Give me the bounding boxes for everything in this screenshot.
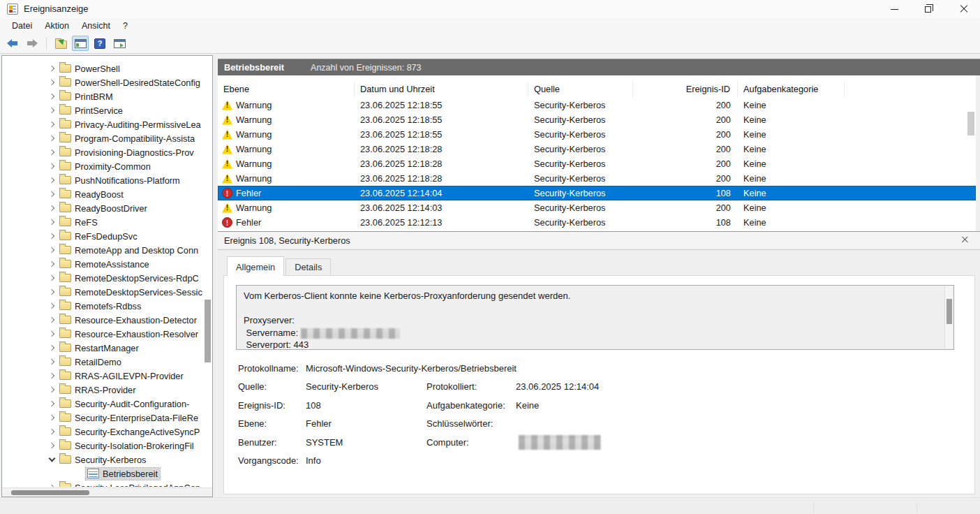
forward-button[interactable] (24, 36, 40, 51)
tree-horizontal-scrollbar[interactable] (2, 487, 212, 497)
tree-item[interactable]: Security-Kerberos (2, 453, 203, 467)
tree-item-body[interactable]: Betriebsbereit (86, 468, 160, 480)
menu-datei[interactable]: Datei (6, 20, 38, 32)
chevron-icon[interactable] (47, 189, 58, 200)
event-list-vertical-scrollbar[interactable] (967, 112, 974, 135)
event-row[interactable]: Warnung 23.06.2025 12:18:55 Security-Ker… (218, 127, 976, 142)
tree-item[interactable]: PowerShell (2, 61, 203, 75)
chevron-icon[interactable] (47, 328, 58, 339)
chevron-icon[interactable] (47, 119, 58, 130)
event-row[interactable]: Fehler 23.06.2025 12:14:04 Security-Kerb… (218, 186, 976, 200)
tree-item-body[interactable]: PrintService (58, 105, 125, 117)
event-row[interactable]: Warnung 23.06.2025 12:14:03 Security-Ker… (218, 200, 976, 215)
tree-item[interactable]: Remotefs-Rdbss (2, 299, 203, 313)
event-row[interactable]: Warnung 23.06.2025 12:18:28 Security-Ker… (218, 171, 976, 186)
show-console-tree-button[interactable] (72, 36, 89, 51)
column-ebene[interactable]: Ebene (218, 82, 355, 97)
tree-item-body[interactable]: Security-Audit-Configuration- (58, 398, 191, 410)
tree-item[interactable]: RRAS-AGILEVPN-Provider (2, 369, 203, 383)
menu-ansicht[interactable]: Ansicht (75, 20, 117, 32)
tree-item[interactable]: ReadyBoostDriver (2, 201, 203, 215)
tree-item-body[interactable]: PushNotifications-Platform (58, 175, 182, 186)
tree-item-body[interactable]: PowerShell-DesiredStateConfig (58, 77, 202, 89)
chevron-icon[interactable] (75, 468, 86, 479)
tree-item[interactable]: PushNotifications-Platform (2, 173, 203, 187)
tree-item-body[interactable]: RemoteApp and Desktop Conn (58, 244, 200, 256)
tree-item-body[interactable]: RemoteDesktopServices-Sessic (58, 286, 203, 298)
tree-item[interactable]: Proximity-Common (2, 159, 203, 173)
tree-item[interactable]: ReFsDedupSvc (2, 229, 203, 243)
tab-details[interactable]: Details (285, 258, 331, 276)
chevron-icon[interactable] (47, 161, 58, 172)
tree-item[interactable]: RemoteDesktopServices-Sessic (2, 285, 203, 299)
chevron-icon[interactable] (47, 342, 58, 353)
tree-item[interactable]: Security-EnterpriseData-FileRe (2, 411, 203, 425)
tree-item-body[interactable]: Resource-Exhaustion-Resolver (58, 328, 200, 340)
tree-item[interactable]: Security-Isolation-BrokeringFil (2, 439, 203, 453)
tree-item[interactable]: Betriebsbereit (2, 467, 203, 480)
tree-item[interactable]: Security-Audit-Configuration- (2, 397, 203, 411)
tree-item-body[interactable]: Privacy-Auditing-PermissiveLea (58, 119, 203, 131)
event-row[interactable]: Warnung 23.06.2025 12:18:55 Security-Ker… (218, 98, 976, 112)
chevron-icon[interactable] (47, 412, 58, 423)
chevron-icon[interactable] (47, 91, 58, 102)
tree-item[interactable]: RemoteDesktopServices-RdpC (2, 271, 203, 285)
minimize-button[interactable] (878, 0, 910, 18)
tree-item-body[interactable]: Program-Compatibility-Assista (58, 133, 197, 145)
back-button[interactable] (4, 36, 21, 51)
tree-item[interactable]: RetailDemo (2, 355, 203, 369)
chevron-icon[interactable] (47, 300, 58, 311)
tree-item[interactable]: Security-ExchangeActiveSyncP (2, 425, 203, 439)
show-action-pane-button[interactable] (111, 36, 128, 51)
tab-allgemein[interactable]: Allgemein (227, 256, 284, 276)
chevron-icon[interactable] (47, 175, 58, 186)
chevron-icon[interactable] (47, 454, 58, 465)
chevron-icon[interactable] (47, 440, 58, 451)
column-datum[interactable]: Datum und Uhrzeit (355, 82, 528, 97)
tree-item[interactable]: PowerShell-DesiredStateConfig (2, 75, 203, 89)
tree-item-body[interactable]: Proximity-Common (58, 161, 153, 172)
chevron-icon[interactable] (47, 398, 58, 409)
tree-item[interactable]: ReadyBoost (2, 187, 203, 201)
tree-item[interactable]: ReFS (2, 215, 203, 229)
chevron-icon[interactable] (47, 272, 58, 284)
menu-aktion[interactable]: Aktion (38, 20, 75, 32)
tree-item-body[interactable]: ReadyBoost (58, 189, 126, 200)
chevron-icon[interactable] (47, 356, 58, 367)
tree-item[interactable]: PrintBRM (2, 89, 203, 103)
event-row[interactable]: Warnung 23.06.2025 12:18:28 Security-Ker… (218, 142, 976, 156)
tree-item[interactable]: Resource-Exhaustion-Detector (2, 313, 203, 327)
tree-item-body[interactable]: Security-ExchangeActiveSyncP (58, 426, 202, 438)
tree-item-body[interactable]: RemoteAssistance (58, 258, 151, 270)
tree-item-body[interactable]: Security-LessPrivilegedAppCon (58, 482, 202, 487)
tree-item-body[interactable]: RestartManager (58, 342, 141, 354)
tree-item-body[interactable]: RRAS-AGILEVPN-Provider (58, 370, 186, 382)
event-row[interactable]: Fehler 23.06.2025 12:12:13 Security-Kerb… (218, 215, 976, 230)
tree-item-body[interactable]: RRAS-Provider (58, 384, 138, 396)
chevron-icon[interactable] (47, 203, 58, 214)
tree-vertical-scrollbar[interactable] (205, 300, 211, 362)
chevron-icon[interactable] (47, 426, 58, 437)
restore-button[interactable] (912, 0, 944, 18)
event-row[interactable]: Warnung 23.06.2025 12:18:55 Security-Ker… (218, 112, 976, 127)
description-scrollbar[interactable] (944, 286, 953, 348)
tree-item-body[interactable]: PowerShell (58, 63, 122, 75)
chevron-icon[interactable] (47, 133, 58, 144)
tree-item-body[interactable]: ReFS (58, 216, 100, 228)
column-ereignis-id[interactable]: Ereignis-ID (633, 82, 738, 97)
tree-item-body[interactable]: Provisioning-Diagnostics-Prov (58, 147, 196, 159)
column-aufgabenkategorie[interactable]: Aufgabenkategorie (738, 82, 845, 97)
chevron-icon[interactable] (47, 482, 58, 487)
chevron-icon[interactable] (47, 258, 58, 270)
tree-horizontal-scrollbar-thumb[interactable] (11, 490, 89, 495)
tree-item[interactable]: Privacy-Auditing-PermissiveLea (2, 117, 203, 131)
tree-item-body[interactable]: Security-Isolation-BrokeringFil (58, 440, 196, 452)
tree-item[interactable]: PrintService (2, 103, 203, 117)
column-quelle[interactable]: Quelle (528, 82, 633, 97)
tree-item-body[interactable]: PrintBRM (58, 91, 115, 103)
event-row[interactable]: Warnung 23.06.2025 12:18:28 Security-Ker… (218, 156, 976, 171)
tree-item[interactable]: Provisioning-Diagnostics-Prov (2, 145, 203, 159)
tree-item-body[interactable]: Security-EnterpriseData-FileRe (58, 412, 200, 424)
tree-item-body[interactable]: ReFsDedupSvc (58, 230, 140, 242)
description-scrollbar-thumb[interactable] (946, 299, 952, 324)
